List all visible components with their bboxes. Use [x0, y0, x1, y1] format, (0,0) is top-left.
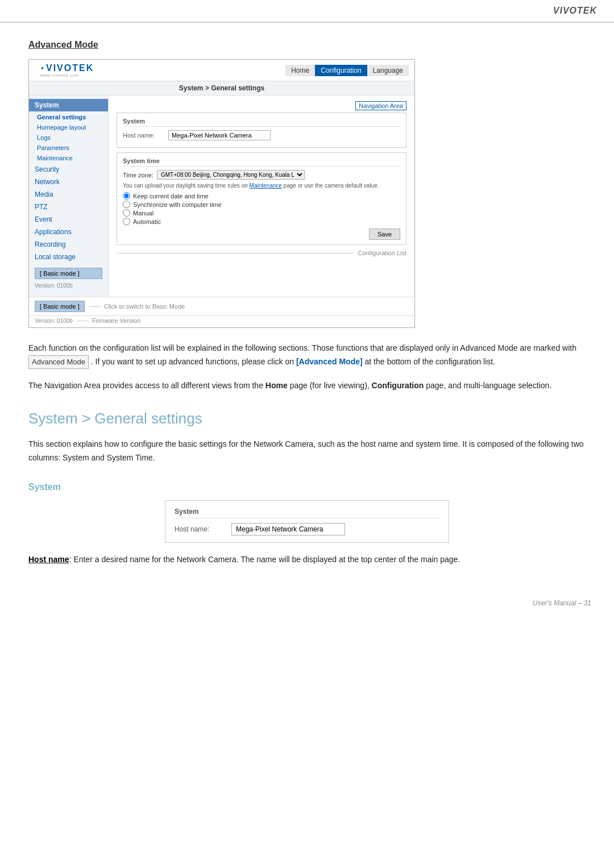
- timezone-row: Time zone: GMT+08:00 Beijing, Chongqing,…: [123, 170, 400, 180]
- radio-keep-current: Keep current date and time: [123, 192, 400, 200]
- radio-manual-input[interactable]: [123, 209, 130, 217]
- sidebar-bottom: [ Basic mode ] Version: 0100b: [29, 263, 108, 293]
- mockup-version-bar: Version: 0100b Firmware Version: [29, 315, 414, 327]
- page-content: Advanced Mode ✦ VIVOTEK www.vivotek.com …: [0, 23, 614, 593]
- version-text: Version: 0100b: [35, 318, 73, 324]
- description-para-1: Each function on the configuration list …: [28, 342, 586, 369]
- radio-keep-current-input[interactable]: [123, 192, 130, 200]
- sidebar-general-settings[interactable]: General settings: [29, 112, 108, 122]
- basic-mode-button[interactable]: [ Basic mode ]: [35, 268, 102, 279]
- brand-name: VIVOTEK: [553, 6, 597, 16]
- small-form-row: Host name:: [175, 523, 439, 535]
- section-heading: System > General settings: [28, 410, 586, 427]
- page-footer: User's Manual – 31: [0, 593, 614, 613]
- radio-automatic-label: Automatic: [133, 218, 161, 225]
- small-host-label: Host name:: [175, 525, 226, 533]
- mockup-logo: VIVOTEK: [46, 63, 94, 73]
- sidebar-media[interactable]: Media: [29, 188, 108, 201]
- basic-mode-bottom-annotation: Click to switch to Basic Mode: [89, 303, 185, 310]
- radio-automatic: Automatic: [123, 218, 400, 225]
- system-form-group: System Host name:: [117, 113, 406, 148]
- sidebar-ptz[interactable]: PTZ: [29, 201, 108, 213]
- small-form-title: System: [175, 508, 439, 518]
- version-label: Version: 0100b: [35, 283, 102, 289]
- navigation-area-label: Navigation Area: [355, 101, 406, 110]
- system-time-form-group: System time Time zone: GMT+08:00 Beijing…: [117, 152, 406, 245]
- sidebar-local-storage[interactable]: Local storage: [29, 251, 108, 263]
- basic-mode-bottom-btn[interactable]: [ Basic mode ]: [35, 301, 85, 312]
- system-time-title: System time: [123, 157, 400, 167]
- sidebar-network[interactable]: Network: [29, 176, 108, 188]
- system-group-title: System: [123, 118, 400, 127]
- mockup-topnav-inner: ✦ VIVOTEK www.vivotek.com Home Configura…: [35, 63, 409, 77]
- mockup-logo-sub: www.vivotek.com: [40, 73, 80, 77]
- advanced-mode-link[interactable]: [Advanced Mode]: [296, 357, 363, 366]
- timezone-label: Time zone:: [123, 172, 154, 178]
- section-description: This section explains how to configure t…: [28, 438, 586, 465]
- config-list-label-text: Configuration List: [358, 250, 406, 256]
- radio-sync-computer: Synchronize with computer time: [123, 201, 400, 208]
- page-header: VIVOTEK: [0, 0, 614, 23]
- config-list-annotation: Configuration List: [117, 250, 406, 256]
- sidebar-event[interactable]: Event: [29, 213, 108, 226]
- sidebar-security[interactable]: Security: [29, 163, 108, 176]
- sidebar-maintenance[interactable]: Maintenance: [29, 153, 108, 163]
- host-name-input[interactable]: [168, 130, 271, 140]
- maintenance-link[interactable]: Maintenance: [250, 182, 282, 189]
- small-host-input[interactable]: [231, 523, 345, 535]
- description-para-2: The Navigation Area provides access to a…: [28, 379, 586, 393]
- sidebar-parameters[interactable]: Parameters: [29, 143, 108, 153]
- sidebar-applications[interactable]: Applications: [29, 226, 108, 238]
- radio-automatic-input[interactable]: [123, 218, 130, 225]
- sidebar-logs[interactable]: Logs: [29, 132, 108, 143]
- radio-keep-current-label: Keep current date and time: [133, 193, 209, 200]
- mockup-bottom-bar: [ Basic mode ] Click to switch to Basic …: [29, 297, 414, 315]
- radio-manual: Manual: [123, 209, 400, 217]
- host-name-row: Host name:: [123, 130, 400, 140]
- home-bold: Home: [265, 381, 288, 390]
- home-nav-btn[interactable]: Home: [285, 65, 315, 76]
- save-button[interactable]: Save: [369, 229, 400, 240]
- small-system-form: System Host name:: [165, 500, 449, 543]
- sidebar-system[interactable]: System: [29, 99, 108, 111]
- host-name-description: Host name: Enter a desired name for the …: [28, 553, 586, 567]
- save-row: Save: [123, 226, 400, 240]
- language-nav-btn[interactable]: Language: [367, 65, 409, 76]
- mockup-breadcrumb: System > General settings: [29, 81, 414, 95]
- timezone-select[interactable]: GMT+08:00 Beijing, Chongqing, Hong Kong,…: [157, 170, 305, 180]
- sidebar-recording[interactable]: Recording: [29, 238, 108, 251]
- configuration-nav-btn[interactable]: Configuration: [315, 65, 367, 76]
- configuration-bold: Configuration: [372, 381, 424, 390]
- camera-ui-mockup: ✦ VIVOTEK www.vivotek.com Home Configura…: [28, 59, 415, 328]
- mockup-sidebar: System General settings Homepage layout …: [29, 95, 109, 297]
- daylight-info: You can upload your daylight saving time…: [123, 182, 400, 190]
- host-name-label: Host name:: [123, 132, 168, 139]
- advanced-mode-title: Advanced Mode: [28, 40, 586, 50]
- radio-sync-computer-label: Synchronize with computer time: [133, 201, 222, 208]
- mockup-nav-buttons: Home Configuration Language: [285, 65, 409, 76]
- firmware-version-annotation: Firmware Version: [77, 317, 141, 324]
- system-sub-heading: System: [28, 482, 586, 492]
- advanced-mode-badge: Advanced Mode: [28, 355, 89, 369]
- mockup-body: System General settings Homepage layout …: [29, 95, 414, 297]
- footer-text: User's Manual – 31: [533, 599, 591, 607]
- radio-sync-computer-input[interactable]: [123, 201, 130, 208]
- radio-manual-label: Manual: [133, 210, 154, 217]
- sidebar-homepage-layout[interactable]: Homepage layout: [29, 122, 108, 132]
- mockup-topnav: ✦ VIVOTEK www.vivotek.com Home Configura…: [29, 60, 414, 81]
- mockup-main-panel: Navigation Area System Host name: System…: [109, 95, 414, 297]
- host-name-term: Host name: [28, 555, 69, 564]
